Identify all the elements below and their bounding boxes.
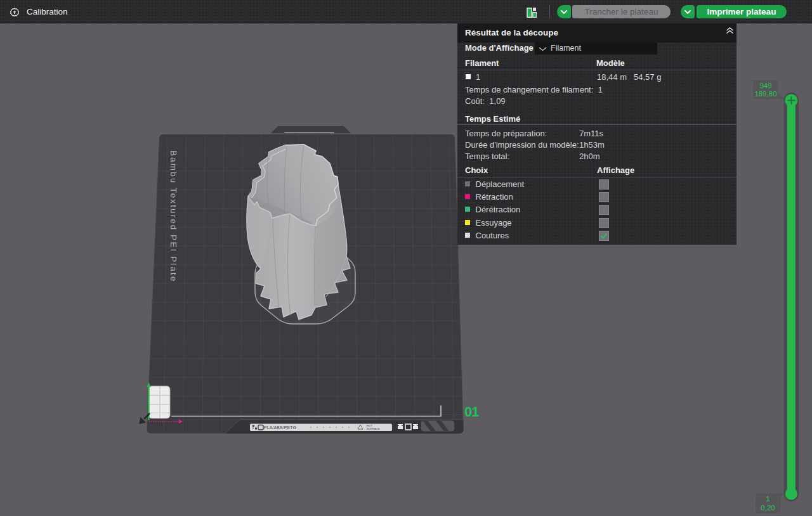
- svg-text:01: 01: [464, 404, 479, 420]
- svg-text:PLA/ABS/PETG: PLA/ABS/PETG: [264, 425, 296, 430]
- svg-text:949: 949: [759, 82, 771, 89]
- svg-text:Bambu Textured PEI Plate: Bambu Textured PEI Plate: [169, 150, 178, 283]
- svg-text:189,80: 189,80: [754, 90, 776, 98]
- svg-text:1: 1: [766, 495, 769, 503]
- svg-text:SURFACE: SURFACE: [367, 427, 379, 430]
- svg-text:0,20: 0,20: [761, 504, 775, 512]
